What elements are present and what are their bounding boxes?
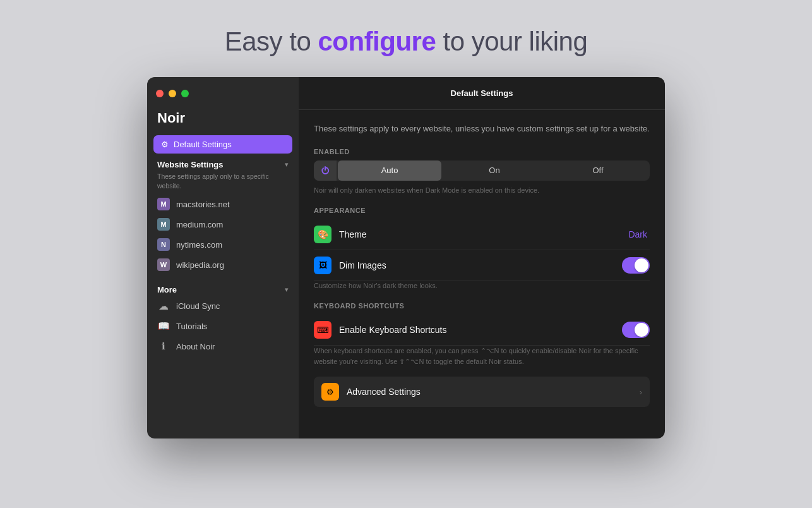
theme-value: Dark xyxy=(628,229,647,239)
enabled-hint: Noir will only darken websites when Dark… xyxy=(314,186,650,195)
site-icon-medium: M xyxy=(157,218,170,231)
keyboard-shortcuts-label: Enable Keyboard Shortcuts xyxy=(339,325,622,335)
theme-label: Theme xyxy=(339,229,628,239)
dim-images-icon: 🖼 xyxy=(314,257,331,274)
sidebar-item-about[interactable]: ℹ About Noir xyxy=(147,336,299,356)
icloud-sync-label: iCloud Sync xyxy=(176,301,220,311)
appearance-label: APPEARANCE xyxy=(314,207,650,214)
more-header: More ▾ xyxy=(147,280,299,296)
dim-images-toggle[interactable] xyxy=(622,257,650,274)
website-settings-desc: These settings apply only to a specific … xyxy=(147,171,299,194)
dim-images-row[interactable]: 🖼 Dim Images xyxy=(314,250,650,281)
page-headline: Easy to configure to your liking xyxy=(225,27,588,57)
sidebar-item-icloud-sync[interactable]: ☁ iCloud Sync xyxy=(147,296,299,316)
more-chevron-icon: ▾ xyxy=(285,286,289,294)
segment-off[interactable]: Off xyxy=(546,160,650,181)
website-settings-header: Website Settings ▾ xyxy=(147,155,299,171)
gear-icon: ⚙ xyxy=(161,140,169,149)
headline-bold: configure xyxy=(318,27,436,56)
sidebar-item-macstories[interactable]: M macstories.net xyxy=(147,194,299,214)
sidebar: Noir ⚙ Default Settings Website Settings… xyxy=(147,77,299,438)
site-label-nytimes: nytimes.com xyxy=(176,240,222,250)
main-content: Default Settings These settings apply to… xyxy=(299,77,665,438)
more-title: More xyxy=(157,285,177,294)
chevron-down-icon: ▾ xyxy=(285,160,289,169)
main-body: These settings apply to every website, u… xyxy=(299,110,665,438)
about-label: About Noir xyxy=(176,342,215,351)
sidebar-item-tutorials[interactable]: 📖 Tutorials xyxy=(147,316,299,336)
advanced-settings-icon: ⚙ xyxy=(321,383,339,401)
more-section: More ▾ ☁ iCloud Sync 📖 Tutorials ℹ About… xyxy=(147,280,299,356)
sidebar-item-nytimes[interactable]: N nytimes.com xyxy=(147,234,299,255)
power-icon[interactable] xyxy=(314,160,337,181)
site-label-medium: medium.com xyxy=(176,220,223,229)
headline-text-1: Easy to xyxy=(225,27,318,56)
minimize-button[interactable] xyxy=(169,90,176,97)
website-settings-title: Website Settings xyxy=(157,160,224,169)
sidebar-item-medium[interactable]: M medium.com xyxy=(147,214,299,234)
advanced-settings-row[interactable]: ⚙ Advanced Settings › xyxy=(314,377,650,407)
maximize-button[interactable] xyxy=(181,90,189,97)
theme-row[interactable]: 🎨 Theme Dark xyxy=(314,219,650,250)
advanced-settings-label: Advanced Settings xyxy=(347,387,640,397)
segment-control: Auto On Off xyxy=(314,160,650,181)
segment-on[interactable]: On xyxy=(443,160,546,181)
main-title: Default Settings xyxy=(451,88,513,98)
app-title: Noir xyxy=(147,110,299,134)
sidebar-item-default-settings[interactable]: ⚙ Default Settings xyxy=(153,135,292,154)
enabled-section: ENABLED Auto On Off Noir will only darke… xyxy=(314,148,650,195)
segment-auto[interactable]: Auto xyxy=(338,160,441,181)
site-label-wikipedia: wikipedia.org xyxy=(176,260,224,270)
sidebar-item-wikipedia[interactable]: W wikipedia.org xyxy=(147,255,299,275)
sidebar-active-label: Default Settings xyxy=(174,140,232,149)
main-titlebar: Default Settings xyxy=(299,77,665,110)
advanced-chevron-icon: › xyxy=(640,387,642,397)
keyboard-shortcuts-toggle[interactable] xyxy=(622,322,650,338)
keyboard-icon: ⌨ xyxy=(314,321,331,339)
keyboard-hint: When keyboard shortcuts are enabled, you… xyxy=(314,346,650,366)
keyboard-shortcuts-row[interactable]: ⌨ Enable Keyboard Shortcuts xyxy=(314,315,650,346)
cloud-icon: ☁ xyxy=(157,299,170,312)
appearance-section: APPEARANCE 🎨 Theme Dark 🖼 Dim Images Cus… xyxy=(314,207,650,291)
site-icon-wikipedia: W xyxy=(157,258,170,271)
mac-window: Noir ⚙ Default Settings Website Settings… xyxy=(147,77,665,438)
info-icon: ℹ xyxy=(157,340,170,353)
close-button[interactable] xyxy=(156,90,164,97)
dim-images-label: Dim Images xyxy=(339,260,622,270)
site-icon-nytimes: N xyxy=(157,238,170,251)
appearance-hint: Customize how Noir's dark theme looks. xyxy=(314,281,650,291)
book-icon: 📖 xyxy=(157,320,170,332)
tutorials-label: Tutorials xyxy=(176,322,207,331)
theme-icon: 🎨 xyxy=(314,226,331,243)
keyboard-section: KEYBOARD SHORTCUTS ⌨ Enable Keyboard Sho… xyxy=(314,302,650,366)
keyboard-label: KEYBOARD SHORTCUTS xyxy=(314,302,650,310)
headline-text-2: to your liking xyxy=(436,27,587,56)
site-icon-macstories: M xyxy=(157,198,170,210)
site-label-macstories: macstories.net xyxy=(176,200,230,209)
window-titlebar xyxy=(147,77,299,110)
enabled-label: ENABLED xyxy=(314,148,650,155)
main-description: These settings apply to every website, u… xyxy=(314,123,650,135)
